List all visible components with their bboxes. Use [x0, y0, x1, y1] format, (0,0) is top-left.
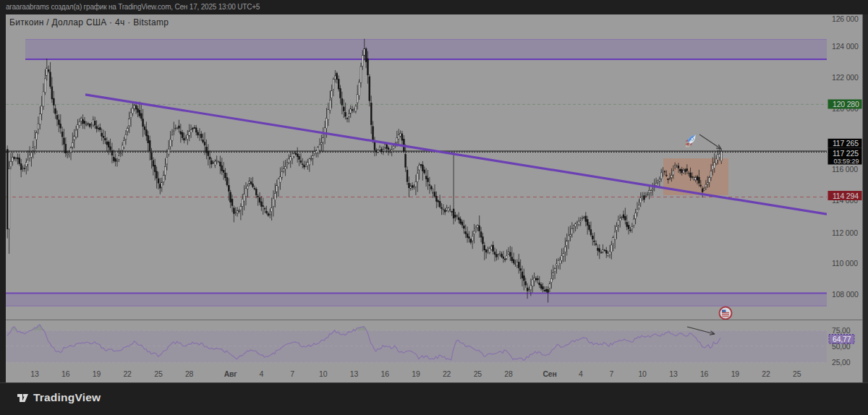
svg-text:117 225: 117 225: [833, 149, 859, 158]
price-badge-line-price: 117 265: [828, 139, 862, 148]
svg-text:117 265: 117 265: [833, 139, 859, 147]
support-zone[interactable]: [6, 293, 827, 307]
price-axis-label: 122 000: [832, 73, 859, 82]
time-axis-label: 19: [412, 369, 420, 378]
time-axis-label: 19: [731, 369, 740, 378]
svg-text:120 280: 120 280: [833, 100, 859, 108]
svg-text:114 294: 114 294: [833, 192, 859, 200]
price-axis-label: 108 000: [832, 290, 859, 299]
time-axis-label: Авг: [224, 369, 238, 378]
svg-text:64,77: 64,77: [833, 335, 851, 343]
symbol-title[interactable]: Биткоин / Доллар США · 4ч · Bitstamp: [9, 17, 169, 27]
resistance-zone[interactable]: [25, 39, 827, 60]
tradingview-logo-icon: [17, 392, 29, 404]
rsi-axis-label: 75,00: [832, 326, 851, 335]
price-badge-level-low: 114 294: [828, 191, 862, 200]
footer-bar: TradingView: [0, 382, 868, 415]
rsi-axis-label: 25,00: [832, 358, 851, 367]
time-axis[interactable]: 131619222528Авг4710131619222528Сен471013…: [30, 369, 801, 378]
idea-stamp-icon: [720, 307, 732, 320]
svg-text:03:59:29: 03:59:29: [834, 158, 859, 165]
tradingview-logo[interactable]: TradingView: [17, 391, 101, 404]
time-axis-label: 13: [669, 369, 678, 378]
time-axis-label: 19: [93, 369, 101, 378]
price-badge-level-high: 120 280: [828, 100, 862, 109]
time-axis-label: 16: [61, 369, 70, 378]
time-axis-label: 16: [381, 369, 390, 378]
time-axis-label: 10: [638, 369, 647, 378]
rsi-value-badge: 64,77: [829, 335, 854, 344]
time-axis-label: 7: [610, 369, 614, 378]
time-axis-label: 28: [504, 369, 513, 378]
time-axis-label: Сен: [542, 369, 556, 378]
time-axis-label: 4: [579, 369, 583, 378]
time-axis-label: 7: [290, 369, 294, 378]
time-axis-label: 13: [350, 369, 359, 378]
time-axis-label: 13: [30, 369, 39, 378]
tradingview-logo-text: TradingView: [33, 391, 101, 404]
main-pane[interactable]: [6, 39, 827, 307]
time-axis-label: 25: [474, 369, 482, 378]
price-axis[interactable]: 126 000124 000122 000120 000116 000114 0…: [828, 14, 862, 367]
descending-trendline[interactable]: [85, 95, 827, 214]
annotation-arrow-price[interactable]: [699, 134, 721, 149]
time-axis-label: 4: [259, 369, 263, 378]
chart-canvas[interactable]: 126 000124 000122 000120 000116 000114 0…: [0, 0, 868, 415]
time-axis-label: 28: [185, 369, 194, 378]
price-axis-label: 126 000: [832, 14, 859, 23]
candles-series: [7, 39, 722, 303]
time-axis-label: 22: [443, 369, 451, 378]
price-axis-label: 124 000: [832, 42, 859, 51]
time-axis-label: 16: [700, 369, 709, 378]
price-badge-last-price: 117 22503:59:29: [828, 148, 862, 165]
time-axis-label: 10: [319, 369, 328, 378]
price-axis-label: 112 000: [832, 228, 858, 237]
time-axis-label: 25: [793, 369, 801, 378]
rsi-pane[interactable]: [6, 325, 827, 362]
time-axis-label: 22: [123, 369, 132, 378]
rocket-icon: [683, 132, 698, 149]
time-axis-label: 25: [154, 369, 163, 378]
time-axis-label: 22: [762, 369, 770, 378]
price-axis-label: 110 000: [832, 259, 858, 268]
price-axis-label: 116 000: [832, 165, 858, 174]
